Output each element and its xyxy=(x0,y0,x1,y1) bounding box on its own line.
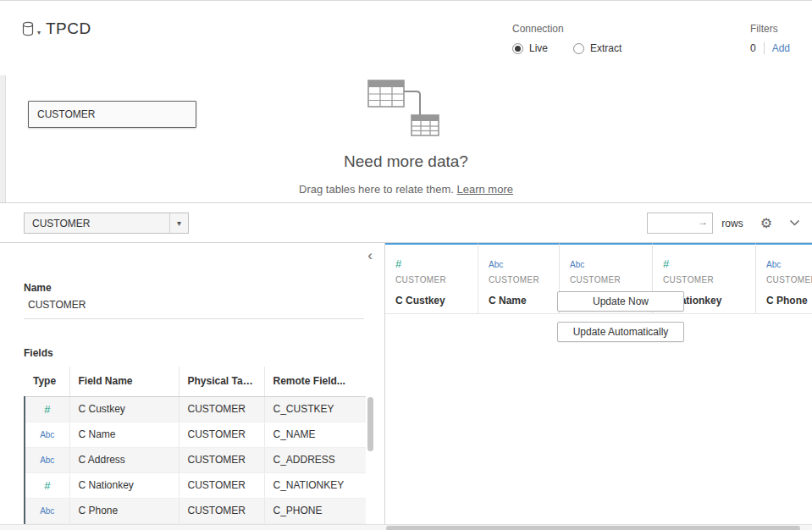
table-name-field[interactable]: CUSTOMER xyxy=(24,297,364,319)
preview-table-name: CUSTOMER xyxy=(570,275,642,284)
database-icon[interactable]: ▾ xyxy=(22,21,41,37)
collapse-panel-icon[interactable]: ‹ xyxy=(367,248,373,262)
rows-label: rows xyxy=(721,218,743,229)
field-row[interactable]: Abc C Name CUSTOMER C_NAME xyxy=(25,422,366,447)
radio-extract-control[interactable] xyxy=(573,43,584,54)
radio-extract-label: Extract xyxy=(590,42,621,54)
chevron-down-icon[interactable] xyxy=(789,219,800,227)
fields-table: Type Field Name Physical Table Remote Fi… xyxy=(24,367,366,524)
datasource-block: ▾ TPCD xyxy=(22,19,91,38)
preview-table-name: CUSTOMER xyxy=(489,275,549,284)
remote-field-cell: C_NAME xyxy=(264,422,366,447)
filters-row: 0 Add xyxy=(750,42,790,54)
field-type-icon: # xyxy=(663,257,669,270)
physical-table-cell: CUSTOMER xyxy=(179,422,264,447)
gear-icon[interactable]: ⚙ xyxy=(760,217,772,230)
filters-label: Filters xyxy=(750,23,790,35)
field-type-icon: Abc xyxy=(570,260,584,269)
need-more-data-title: Need more data? xyxy=(0,152,812,171)
radio-live-control[interactable] xyxy=(512,43,523,54)
connection-label: Connection xyxy=(512,23,621,35)
field-type-icon: # xyxy=(395,257,401,270)
radio-live[interactable]: Live xyxy=(512,42,548,54)
preview-column-header[interactable]: Abc CUSTOMER C Phone xyxy=(756,243,812,313)
rows-input[interactable] xyxy=(647,213,713,234)
table-select-dropdown[interactable]: CUSTOMER ▾ xyxy=(24,213,189,234)
horizontal-scrollbar-thumb[interactable] xyxy=(386,526,800,530)
preview-field-name: C Name xyxy=(489,295,549,306)
field-name-cell[interactable]: C Name xyxy=(69,422,179,447)
col-header-type[interactable]: Type xyxy=(25,367,69,396)
name-label: Name xyxy=(24,282,52,294)
filters-count: 0 xyxy=(750,42,756,54)
table-select-value: CUSTOMER xyxy=(25,218,169,229)
field-type-icon[interactable]: # xyxy=(44,479,50,492)
grid-toolbar: CUSTOMER ▾ → rows ⚙ xyxy=(0,203,812,243)
fields-label: Fields xyxy=(24,347,53,359)
field-type-icon[interactable]: Abc xyxy=(40,455,54,465)
drag-tables-text: Drag tables here to relate them. xyxy=(299,183,454,196)
field-name-cell[interactable]: C Address xyxy=(69,447,179,472)
radio-live-label: Live xyxy=(529,42,548,54)
filters-add-link[interactable]: Add xyxy=(772,42,790,54)
remote-field-cell: C_NATIONKEY xyxy=(264,472,366,498)
field-type-icon[interactable]: Abc xyxy=(40,506,54,516)
field-row[interactable]: # C Custkey CUSTOMER C_CUSTKEY xyxy=(25,396,366,422)
preview-table-name: CUSTOMER xyxy=(766,275,812,284)
header: ▾ TPCD Connection Live Extract Filters 0 xyxy=(0,1,812,57)
update-now-button[interactable]: Update Now xyxy=(557,291,684,312)
toolbar-right-controls: → rows ⚙ xyxy=(647,213,800,234)
filters-divider xyxy=(764,42,765,54)
rows-input-wrap: → xyxy=(647,213,713,234)
field-name-cell[interactable]: C Phone xyxy=(69,498,179,523)
fields-scrollbar[interactable] xyxy=(367,397,373,451)
drag-tables-hint: Drag tables here to relate them. Learn m… xyxy=(0,183,812,196)
metadata-panel: ‹ Name CUSTOMER Fields Type Field Name P… xyxy=(0,243,385,524)
relationship-canvas: CUSTOMER Need more data? Drag tables her… xyxy=(0,57,812,203)
radio-extract[interactable]: Extract xyxy=(573,42,621,54)
field-type-icon: Abc xyxy=(766,260,781,269)
field-type-icon: Abc xyxy=(489,260,503,269)
physical-table-cell: CUSTOMER xyxy=(179,472,264,498)
field-name-cell[interactable]: C Custkey xyxy=(69,396,179,422)
fields-header-row: Type Field Name Physical Table Remote Fi… xyxy=(25,367,366,396)
preview-field-name: C Phone xyxy=(766,295,812,306)
col-header-physical-table[interactable]: Physical Table xyxy=(179,367,264,396)
field-row[interactable]: # C Nationkey CUSTOMER C_NATIONKEY xyxy=(25,472,366,498)
col-header-remote-field[interactable]: Remote Field... xyxy=(264,367,366,396)
field-name-cell[interactable]: C Nationkey xyxy=(69,472,179,498)
field-type-icon[interactable]: Abc xyxy=(40,430,54,439)
field-type-icon[interactable]: # xyxy=(44,403,50,416)
connection-radio-group: Live Extract xyxy=(512,42,621,54)
relate-tables-illustration xyxy=(367,80,445,141)
remote-field-cell: C_PHONE xyxy=(264,498,366,523)
physical-table-cell: CUSTOMER xyxy=(179,396,264,422)
main-area: ‹ Name CUSTOMER Fields Type Field Name P… xyxy=(0,243,812,524)
col-header-field-name[interactable]: Field Name xyxy=(69,367,179,396)
dropdown-caret-icon: ▾ xyxy=(169,213,188,233)
horizontal-scrollbar[interactable] xyxy=(0,524,812,530)
field-row[interactable]: Abc C Address CUSTOMER C_ADDRESS xyxy=(25,447,366,472)
data-preview-grid: # CUSTOMER C Custkey Abc CUSTOMER C Name… xyxy=(385,243,812,524)
database-caret-icon: ▾ xyxy=(37,29,41,37)
filters-section: Filters 0 Add xyxy=(750,23,790,54)
learn-more-link[interactable]: Learn more xyxy=(456,183,512,196)
datasource-title[interactable]: TPCD xyxy=(46,19,91,38)
physical-table-cell: CUSTOMER xyxy=(179,447,264,472)
remote-field-cell: C_ADDRESS xyxy=(264,447,366,472)
connection-section: Connection Live Extract xyxy=(512,23,621,54)
preview-table-name: CUSTOMER xyxy=(395,275,467,284)
remote-field-cell: C_CUSTKEY xyxy=(264,396,366,422)
preview-table-name: CUSTOMER xyxy=(663,275,745,284)
physical-table-cell: CUSTOMER xyxy=(179,498,264,523)
preview-column-header[interactable]: # CUSTOMER C Custkey xyxy=(385,243,478,313)
datasource-page: ▾ TPCD Connection Live Extract Filters 0 xyxy=(0,0,812,530)
preview-field-name: C Custkey xyxy=(395,295,467,306)
update-automatically-button[interactable]: Update Automatically xyxy=(557,322,684,342)
preview-column-header[interactable]: Abc CUSTOMER C Name xyxy=(478,243,560,313)
canvas-table-customer[interactable]: CUSTOMER xyxy=(28,101,196,128)
field-row[interactable]: Abc C Phone CUSTOMER C_PHONE xyxy=(25,498,366,523)
